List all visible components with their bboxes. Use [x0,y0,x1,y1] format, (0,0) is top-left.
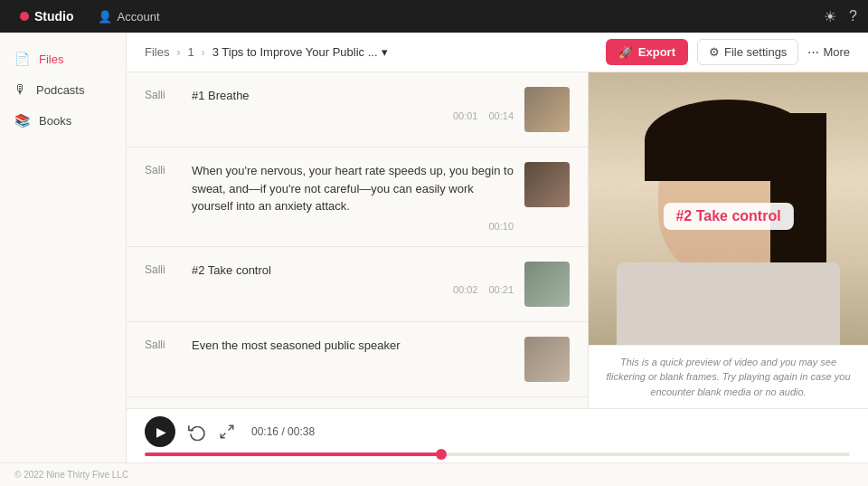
split-view: Salli #1 Breathe 00:01 00:14 Salli When [127,72,868,408]
video-frame: #2 Take control [589,72,868,345]
breadcrumb-num[interactable]: 1 [187,45,193,59]
more-button[interactable]: ⋯ More [807,45,850,59]
fullscreen-icon [219,424,235,440]
account-button[interactable]: 👤 Account [98,10,160,24]
sidebar-item-files[interactable]: 📄 Files [0,43,126,74]
script-thumbnail [524,87,570,132]
breadcrumb-files[interactable]: Files [145,45,169,59]
studio-button[interactable]: Studio [11,5,83,27]
play-button[interactable]: ▶ [145,416,175,447]
preview-video: #2 Take control [589,72,868,345]
speaker-label: Salli [145,87,181,101]
table-row[interactable]: Salli When you're nervous, your heart ra… [127,148,588,247]
breadcrumb-bar: Files › 1 › 3 Tips to Improve Your Publi… [127,33,868,72]
script-text: #1 Breathe [192,87,514,105]
script-content: #2 Take control 00:02 00:21 [192,262,514,296]
table-row[interactable]: Salli #1 Breathe 00:01 00:14 [127,72,588,148]
topbar: Studio 👤 Account ☀ ? [0,0,868,33]
sidebar-podcasts-label: Podcasts [36,83,84,97]
books-icon: 📚 [14,113,30,128]
play-icon: ▶ [156,424,166,439]
table-row[interactable]: Salli Even the most seasoned public spea… [127,322,588,397]
files-icon: 📄 [14,52,30,66]
script-thumbnail [524,337,570,382]
gear-icon: ⚙ [709,45,720,59]
script-timings: 00:02 00:21 [192,284,514,295]
svg-line-1 [221,433,225,437]
preview-caption: This is a quick preview of video and you… [589,345,868,409]
script-text: #2 Take control [192,262,514,280]
video-overlay-text: #2 Take control [663,203,793,230]
speaker-label: Salli [145,337,181,351]
breadcrumb-sep-2: › [202,46,205,59]
script-content: Even the most seasoned public speaker [192,337,514,355]
account-label: Account [118,10,160,24]
script-timings: 00:01 00:14 [192,110,514,121]
studio-label: Studio [34,9,74,24]
file-settings-button[interactable]: ⚙ File settings [697,39,798,65]
preview-panel: #2 Take control This is a quick preview … [588,72,868,408]
studio-dot [20,12,29,21]
sun-icon[interactable]: ☀ [824,8,836,25]
speaker-label: Salli [145,162,181,176]
player-bar: ▶ 00:16 [127,408,868,462]
content-area: Files › 1 › 3 Tips to Improve Your Publi… [127,33,868,462]
copyright-text: © 2022 Nine Thirty Five LLC [14,470,128,480]
breadcrumb-current[interactable]: 3 Tips to Improve Your Public ... ▾ [212,45,388,59]
rocket-icon: 🚀 [618,45,633,59]
player-controls: ▶ 00:16 [145,416,850,447]
breadcrumb-actions: 🚀 Export ⚙ File settings ⋯ More [606,39,850,65]
sidebar-item-podcasts[interactable]: 🎙 Podcasts [0,74,126,105]
script-text: When you're nervous, your heart rate spe… [192,162,514,215]
podcasts-icon: 🎙 [14,82,27,97]
script-content: When you're nervous, your heart rate spe… [192,162,514,232]
sidebar: 📄 Files 🎙 Podcasts 📚 Books [0,33,127,462]
export-button[interactable]: 🚀 Export [606,39,688,65]
speaker-label: Salli [145,262,181,276]
table-row[interactable]: Salli #2 Take control 00:02 00:21 [127,247,588,322]
script-thumbnail [524,162,570,207]
script-timings: 00:10 [192,221,514,232]
chevron-down-icon: ▾ [382,45,388,59]
svg-line-0 [229,425,233,430]
footer-bar: © 2022 Nine Thirty Five LLC [0,462,868,486]
account-icon: 👤 [98,10,112,24]
fullscreen-button[interactable] [219,424,235,440]
topbar-right: ☀ ? [824,8,857,25]
script-panel: Salli #1 Breathe 00:01 00:14 Salli When [127,72,588,408]
help-icon[interactable]: ? [849,8,857,24]
breadcrumb-sep-1: › [176,46,180,59]
replay-button[interactable] [188,423,206,441]
progress-thumb [436,449,447,460]
sidebar-item-books[interactable]: 📚 Books [0,105,126,136]
main-layout: 📄 Files 🎙 Podcasts 📚 Books Files › 1 › 3… [0,33,868,462]
sidebar-books-label: Books [39,114,71,128]
progress-fill [145,453,441,456]
script-content: #1 Breathe 00:01 00:14 [192,87,514,121]
replay-icon [188,423,206,441]
script-text: Even the most seasoned public speaker [192,337,514,355]
progress-bar[interactable] [145,453,850,456]
time-display: 00:16 / 00:38 [251,425,315,438]
ellipsis-icon: ⋯ [807,45,819,59]
script-thumbnail [524,262,570,307]
sidebar-files-label: Files [39,52,63,66]
